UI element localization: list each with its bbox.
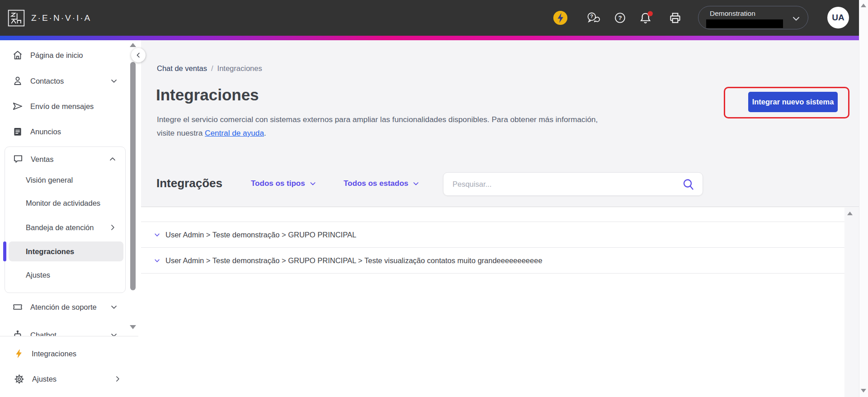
sidebar-item-integraciones-global[interactable]: Integraciones — [0, 343, 131, 364]
user-avatar[interactable]: UA — [827, 7, 849, 28]
chevron-up-icon — [108, 155, 117, 164]
help-button[interactable]: ? — [613, 0, 627, 36]
sidebar-item-monitor-de-actividades[interactable]: Monitor de actividades — [5, 192, 126, 214]
sidebar-item-ventas[interactable]: Ventas — [5, 148, 126, 170]
chat-question-icon: ? — [585, 11, 600, 25]
gear-icon — [14, 374, 24, 384]
page-title: Integraciones — [156, 86, 259, 104]
sidebar-scroll-up-arrow[interactable] — [130, 43, 136, 47]
window-scroll-down-arrow[interactable] — [861, 389, 866, 392]
ventas-group-card: Ventas Visión general Monitor de activid… — [5, 147, 126, 293]
sidebar-scroll-down-arrow[interactable] — [130, 325, 136, 329]
sidebar-item-label: Ajustes — [26, 271, 50, 279]
chevron-down-icon[interactable] — [154, 257, 160, 264]
feedback-chat-button[interactable]: ? — [585, 0, 600, 36]
sidebar-scrollbar-thumb[interactable] — [130, 62, 136, 290]
sidebar-item-label: Chatbot — [30, 331, 57, 336]
sidebar-item-label: Página de inicio — [30, 51, 83, 60]
sidebar-item-label: Ajustes — [32, 375, 57, 383]
chevron-down-icon — [412, 180, 420, 187]
chevron-down-icon — [109, 76, 118, 85]
sidebar-item-label: Integraciones — [26, 247, 74, 256]
status-filter-dropdown[interactable]: Todos os estados — [344, 179, 420, 188]
sidebar-item-label: Monitor de actividades — [26, 199, 100, 208]
sidebar-item-vision-general[interactable]: Visión general — [5, 169, 126, 191]
avatar-initials: UA — [832, 13, 844, 23]
sidebar-item-label: Integraciones — [32, 350, 76, 358]
sidebar-item-pagina-de-inicio[interactable]: Página de inicio — [0, 43, 128, 68]
redacted-text — [706, 19, 783, 28]
sidebar-item-label: Anuncios — [30, 128, 61, 136]
integration-row-label: User Admin > Teste demonstração > GRUPO … — [165, 256, 542, 265]
sidebar-item-label: Ventas — [31, 155, 53, 164]
zenvia-logo-icon — [7, 9, 25, 27]
sidebar-item-chatbot[interactable]: Chatbot — [0, 322, 128, 336]
search-input[interactable] — [453, 173, 670, 195]
sidebar-item-integraciones[interactable]: Integraciones — [5, 240, 126, 263]
integrate-new-system-button[interactable]: Integrar nuevo sistema — [748, 92, 838, 112]
integration-list: User Admin > Teste demonstração > GRUPO … — [141, 222, 844, 274]
sidebar-item-bandeja-de-atencion[interactable]: Bandeja de atención — [5, 216, 126, 239]
news-icon — [12, 126, 24, 137]
integrations-panel-heading: Integrações — [156, 176, 222, 190]
chevron-right-icon — [108, 223, 117, 232]
chat-bubble-icon — [12, 153, 24, 165]
organization-selector[interactable]: Demonstration — [698, 6, 808, 29]
printer-icon — [668, 11, 682, 25]
sidebar-item-ajustes-ventas[interactable]: Ajustes — [5, 264, 126, 286]
sidebar-item-label: Bandeja de atención — [26, 223, 94, 232]
sidebar-item-label: Atención de soporte — [30, 303, 97, 312]
breadcrumb-separator: / — [211, 64, 213, 73]
svg-text:?: ? — [618, 14, 622, 21]
notifications-button[interactable] — [638, 0, 654, 36]
chevron-down-icon — [109, 331, 118, 336]
sidebar-item-envio-de-mensajes[interactable]: Envío de mensajes — [0, 94, 128, 119]
ticket-icon — [12, 301, 24, 313]
breadcrumb: Chat de ventas / Integraciones — [157, 64, 262, 73]
chevron-left-icon — [134, 51, 142, 59]
lightning-circle-icon — [553, 10, 568, 25]
list-scroll-up-arrow[interactable] — [847, 212, 853, 215]
breadcrumb-current: Integraciones — [217, 64, 262, 73]
type-filter-label: Todos os tipos — [251, 179, 305, 188]
chevron-down-icon — [109, 302, 118, 312]
sidebar: Página de inicio Contactos Envío de mens… — [0, 40, 138, 397]
type-filter-dropdown[interactable]: Todos os tipos — [251, 179, 316, 188]
brand-gradient-bar — [0, 36, 859, 40]
chevron-down-icon — [791, 13, 802, 24]
breadcrumb-chat-de-ventas[interactable]: Chat de ventas — [157, 64, 207, 73]
sidebar-item-label: Contactos — [30, 77, 64, 85]
sidebar-item-atencion-de-soporte[interactable]: Atención de soporte — [0, 294, 128, 320]
search-icon[interactable] — [682, 178, 695, 191]
sidebar-collapse-button[interactable] — [131, 48, 146, 62]
zenvia-brand[interactable]: Z·E·N·V·I·A — [7, 0, 91, 36]
integration-row-1[interactable]: User Admin > Teste demonstração > GRUPO … — [141, 222, 844, 248]
description-period: . — [264, 128, 266, 137]
page-description: Integre el servicio comercial con sistem… — [157, 113, 613, 140]
help-circle-icon: ? — [613, 11, 627, 25]
sidebar-item-anuncios[interactable]: Anuncios — [0, 119, 128, 144]
sidebar-item-contactos[interactable]: Contactos — [0, 68, 128, 94]
quick-actions-button[interactable] — [552, 0, 568, 36]
help-center-link[interactable]: Central de ayuda — [205, 128, 264, 137]
chevron-down-icon — [309, 180, 316, 187]
chevron-right-icon — [113, 374, 122, 383]
bolt-icon — [14, 349, 24, 359]
chevron-down-icon[interactable] — [154, 232, 160, 238]
main-content: Chat de ventas / Integraciones Integraci… — [138, 40, 859, 397]
window-scroll-up-arrow[interactable] — [861, 4, 866, 7]
svg-text:?: ? — [590, 14, 594, 19]
bell-icon — [638, 10, 654, 25]
search-box — [443, 172, 703, 196]
list-scrollbar-gutter — [844, 208, 859, 397]
sidebar-item-ajustes-global[interactable]: Ajustes — [0, 368, 131, 390]
sidebar-bottom-section: Integraciones Ajustes — [0, 336, 138, 397]
organization-name: Demonstration — [710, 9, 755, 18]
print-button[interactable] — [668, 0, 682, 36]
chatbot-icon — [12, 329, 24, 336]
window-scrollbar — [859, 0, 868, 397]
integration-row-2[interactable]: User Admin > Teste demonstração > GRUPO … — [141, 248, 844, 274]
sidebar-scroll-area: Página de inicio Contactos Envío de mens… — [0, 40, 138, 336]
app-window: Z·E·N·V·I·A ? ? — [0, 0, 868, 397]
status-filter-label: Todos os estados — [344, 179, 408, 188]
